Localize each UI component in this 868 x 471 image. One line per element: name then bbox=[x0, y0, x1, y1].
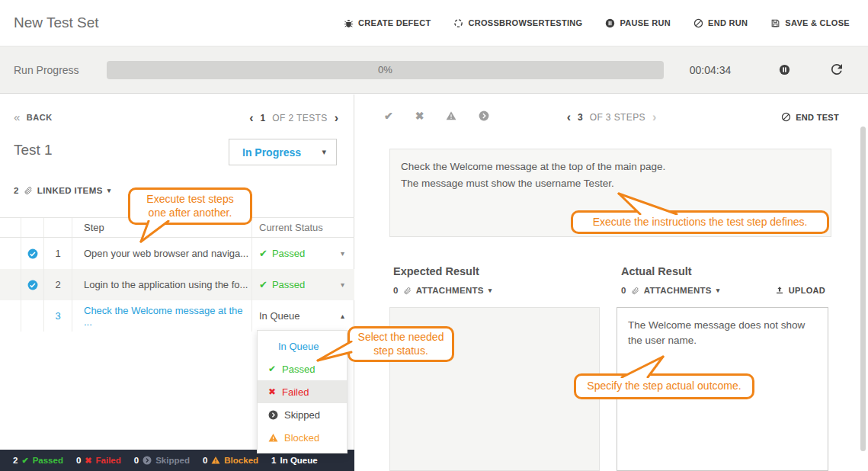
skip-circle-icon bbox=[143, 456, 152, 465]
step-text: Check the Welcome message at the ... bbox=[72, 300, 252, 332]
check-icon: ✔ bbox=[384, 110, 393, 122]
summary-blocked: 0 Blocked bbox=[203, 456, 258, 465]
check-icon: ✔ bbox=[21, 456, 28, 466]
test-pager-current: 1 bbox=[261, 113, 266, 123]
warning-triangle-icon bbox=[268, 433, 278, 443]
step-description-line: The message must show the username Teste… bbox=[401, 175, 820, 192]
crossbrowsertesting-button[interactable]: CROSSBROWSERTESTING bbox=[453, 18, 582, 28]
prev-test-button[interactable]: ‹ bbox=[249, 114, 253, 123]
chevron-right-icon: › bbox=[335, 114, 338, 123]
quick-skip-button[interactable] bbox=[479, 111, 489, 121]
callout-tail bbox=[139, 220, 170, 243]
quick-fail-button[interactable]: ✖ bbox=[415, 110, 424, 122]
status-option-failed[interactable]: ✖ Failed bbox=[258, 380, 347, 403]
step-number: 3 bbox=[44, 300, 72, 332]
back-button[interactable]: « BACK bbox=[14, 113, 53, 122]
test-pager-total: OF 2 TESTS bbox=[272, 113, 327, 123]
page-title: New Test Set bbox=[14, 14, 99, 31]
header: New Test Set CREATE DEFECT CROSSBROWSERT… bbox=[0, 0, 868, 46]
vertical-scrollbar-thumb[interactable] bbox=[860, 127, 866, 451]
upload-button[interactable]: UPLOAD bbox=[775, 286, 825, 295]
actual-attachments-toggle[interactable]: 0 ATTACHMENTS ▾ bbox=[621, 286, 720, 295]
executed-check-icon bbox=[27, 248, 38, 259]
caret-down-icon: ▾ bbox=[322, 147, 326, 157]
callout-execute-steps: Execute test steps one after another. bbox=[128, 187, 252, 225]
expected-result-title: Expected Result bbox=[393, 265, 479, 277]
warning-triangle-icon bbox=[446, 111, 456, 121]
end-run-label: END RUN bbox=[708, 18, 748, 27]
step-status-dropdown-trigger[interactable]: ✔ Passed ▾ bbox=[251, 269, 354, 300]
save-close-button[interactable]: SAVE & CLOSE bbox=[770, 18, 850, 28]
save-close-label: SAVE & CLOSE bbox=[785, 18, 850, 27]
step-row-1[interactable]: 1 Open your web browser and naviga... ✔ … bbox=[0, 238, 354, 269]
check-icon: ✔ bbox=[268, 364, 276, 374]
linked-items-toggle[interactable]: 2 LINKED ITEMS ▾ bbox=[14, 186, 111, 195]
callout-tail bbox=[617, 192, 678, 215]
check-icon: ✔ bbox=[259, 279, 267, 290]
chevron-left-icon: ‹ bbox=[567, 113, 571, 122]
expected-attachments-label: ATTACHMENTS bbox=[416, 286, 484, 295]
next-test-button[interactable]: › bbox=[335, 114, 338, 123]
callout-specify-outcome: Specify the step actual outcome. bbox=[574, 373, 754, 399]
step-row-2[interactable]: 2 Login to the application using the fo.… bbox=[0, 269, 354, 300]
step-pager-current: 3 bbox=[578, 112, 583, 123]
callout-select-status: Select the needed step status. bbox=[348, 326, 454, 362]
next-step-button[interactable]: › bbox=[652, 113, 656, 122]
actual-result-title: Actual Result bbox=[621, 265, 692, 277]
status-option-skipped[interactable]: Skipped bbox=[258, 403, 347, 426]
step-status-value: Passed bbox=[272, 248, 305, 259]
test-status-select[interactable]: In Progress ▾ bbox=[229, 139, 337, 165]
create-defect-button[interactable]: CREATE DEFECT bbox=[344, 18, 431, 28]
create-defect-label: CREATE DEFECT bbox=[358, 18, 431, 27]
skip-circle-icon bbox=[479, 111, 489, 121]
upload-label: UPLOAD bbox=[789, 286, 825, 295]
step-panel: ✔ ✖ ‹ 3 OF 3 STEPS › END TEST Check the … bbox=[355, 95, 868, 471]
run-progress-bar: 0% bbox=[107, 61, 664, 79]
pause-circle-icon bbox=[779, 64, 790, 75]
browsers-refresh-icon bbox=[453, 18, 463, 28]
expected-attachments-count: 0 bbox=[393, 286, 399, 295]
end-test-button[interactable]: END TEST bbox=[781, 112, 839, 122]
step-status-value: In Queue bbox=[259, 310, 300, 322]
quick-pass-button[interactable]: ✔ bbox=[384, 110, 393, 122]
caret-down-icon: ▾ bbox=[107, 187, 111, 194]
step-description-line: Check the Welcome message at the top of … bbox=[401, 159, 820, 175]
quick-block-button[interactable] bbox=[446, 111, 456, 121]
run-progress-label: Run Progress bbox=[14, 64, 79, 76]
step-number: 2 bbox=[44, 269, 72, 300]
step-number: 1 bbox=[44, 238, 72, 269]
step-pager: ‹ 3 OF 3 STEPS › bbox=[567, 112, 657, 123]
x-icon: ✖ bbox=[85, 456, 91, 466]
refresh-icon bbox=[831, 64, 842, 75]
refresh-button[interactable] bbox=[831, 64, 842, 75]
x-icon: ✖ bbox=[268, 386, 276, 397]
summary-passed: 2 ✔ Passed bbox=[13, 456, 63, 466]
executed-check-icon bbox=[27, 280, 38, 290]
actual-attachments-label: ATTACHMENTS bbox=[644, 286, 712, 295]
prev-step-button[interactable]: ‹ bbox=[567, 113, 571, 122]
caret-down-icon: ▾ bbox=[341, 249, 344, 258]
step-status-value: Passed bbox=[272, 279, 305, 290]
callout-tail bbox=[619, 355, 666, 378]
upload-icon bbox=[775, 286, 784, 295]
status-option-blocked[interactable]: Blocked bbox=[258, 426, 347, 449]
actual-attachments-count: 0 bbox=[621, 286, 626, 295]
step-status-dropdown-trigger[interactable]: In Queue ▴ bbox=[251, 300, 354, 332]
crossbrowsertesting-label: CROSSBROWSERTESTING bbox=[468, 18, 582, 27]
end-circle-icon bbox=[693, 18, 703, 28]
expected-attachments-toggle[interactable]: 0 ATTACHMENTS ▾ bbox=[393, 286, 492, 295]
toolbar: CREATE DEFECT CROSSBROWSERTESTING PAUSE … bbox=[344, 18, 850, 28]
pause-timer-button[interactable] bbox=[779, 64, 790, 75]
pause-run-button[interactable]: PAUSE RUN bbox=[605, 18, 671, 28]
save-icon bbox=[770, 18, 780, 28]
caret-down-icon: ▾ bbox=[341, 280, 344, 289]
end-run-button[interactable]: END RUN bbox=[693, 18, 748, 28]
step-pager-total: OF 3 STEPS bbox=[590, 112, 645, 123]
step-row-3[interactable]: 3 Check the Welcome message at the ... I… bbox=[0, 300, 354, 332]
end-circle-icon bbox=[781, 112, 791, 122]
step-status-dropdown-trigger[interactable]: ✔ Passed ▾ bbox=[251, 238, 354, 269]
caret-up-icon: ▴ bbox=[341, 312, 344, 320]
paperclip-icon bbox=[24, 186, 33, 195]
linked-items-label: LINKED ITEMS bbox=[37, 186, 103, 195]
paperclip-icon bbox=[631, 287, 639, 295]
